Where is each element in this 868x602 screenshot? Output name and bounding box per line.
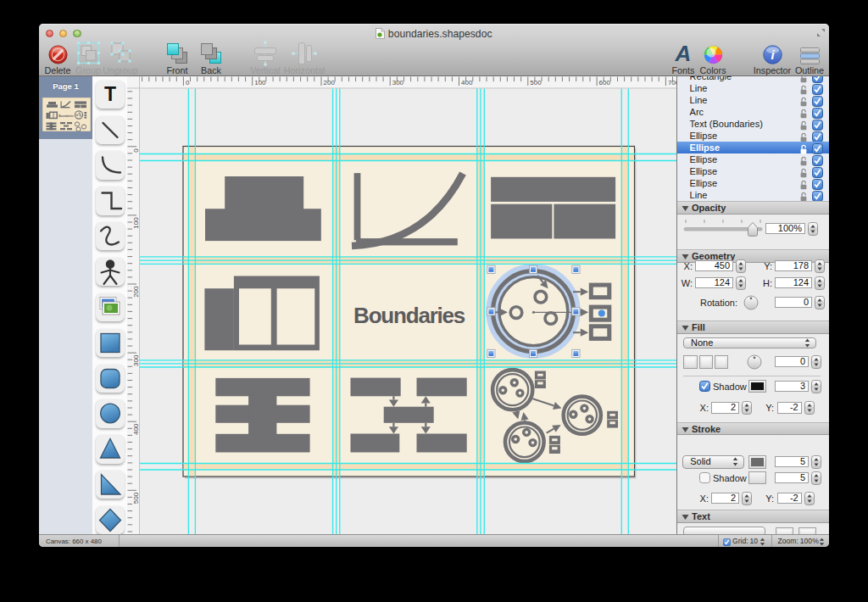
svg-text:500: 500: [132, 492, 140, 504]
svg-text:300: 300: [132, 354, 140, 366]
svg-text:0: 0: [132, 148, 140, 152]
svg-text:T: T: [104, 83, 116, 105]
svg-text:400: 400: [461, 79, 473, 86]
svg-text:0: 0: [186, 79, 190, 86]
svg-text:Boundaries: Boundaries: [58, 114, 74, 118]
svg-text:200: 200: [324, 79, 336, 86]
svg-text:Boundaries: Boundaries: [353, 303, 465, 328]
svg-text:400: 400: [132, 423, 140, 435]
svg-text:700: 700: [668, 79, 676, 86]
svg-text:200: 200: [132, 285, 140, 297]
svg-text:100: 100: [132, 216, 140, 228]
svg-text:600: 600: [599, 79, 611, 86]
svg-text:100: 100: [254, 79, 266, 86]
svg-text:300: 300: [392, 79, 404, 86]
svg-text:500: 500: [530, 79, 542, 86]
